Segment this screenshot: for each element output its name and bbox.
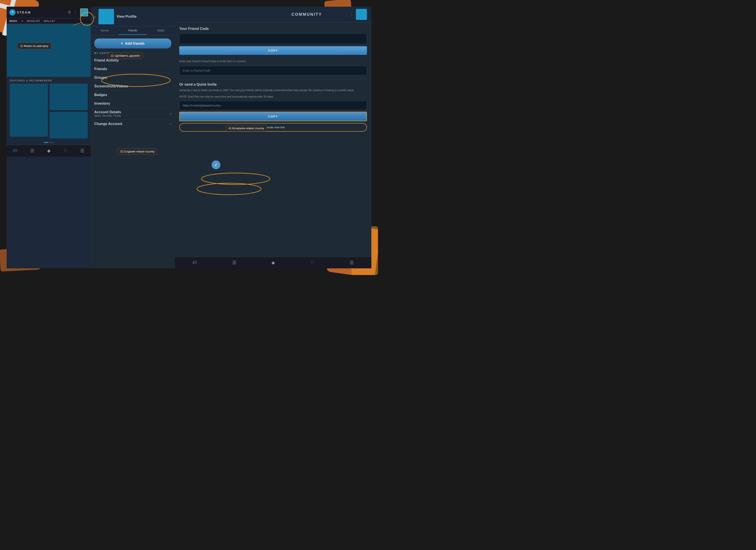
list-item-groups[interactable]: Groups (94, 73, 171, 82)
list-item-change-account[interactable]: Change Account › (94, 120, 171, 128)
more-icon[interactable]: ⋮ (73, 10, 77, 15)
bottom-nav-community-left[interactable]: ◆ (44, 147, 54, 154)
my-content-section: MY CONTENT Friend Activity Friends Group… (91, 52, 175, 128)
callout-step4: 4) Копируем новую ссылку (226, 125, 267, 131)
generate-link-button[interactable]: Generate new link (179, 123, 367, 132)
change-account-label: Change Account (94, 122, 122, 126)
community-avatar (356, 9, 367, 20)
community-bottom-store[interactable]: 🏷 (189, 259, 201, 266)
search-icon[interactable]: ⚲ (68, 10, 71, 15)
add-friends-icon: + (121, 41, 123, 46)
pagination (7, 140, 91, 145)
quick-invite-section: Or send a Quick Invite Generate a link t… (179, 83, 367, 132)
quick-invite-note: NOTE: Each link can only be used once an… (179, 95, 367, 99)
friend-code-heading: Your Friend Code (179, 27, 367, 31)
community-content: Your Friend Code COPY Enter your friend'… (175, 22, 371, 257)
tab-wallet[interactable]: Wallet (147, 27, 175, 35)
svg-point-0 (11, 11, 14, 14)
list-item-inventory[interactable]: Inventory (94, 99, 171, 108)
tab-friends[interactable]: Friends (119, 27, 147, 35)
account-details-label: Account Details (94, 110, 121, 114)
callout-step1: 1) Жмем на аватарку (17, 43, 51, 49)
nav-menu[interactable]: MENU (9, 20, 17, 22)
view-profile-button[interactable]: View Profile (117, 15, 137, 19)
list-item-friends[interactable]: Friends (94, 65, 171, 73)
dot-1 (49, 142, 51, 143)
back-arrow-icon[interactable]: ‹ (94, 14, 96, 19)
quick-invite-desc: Generate a link to share via email or SM… (179, 88, 367, 93)
add-friends-label: Add friends (125, 42, 145, 46)
community-bottom-nav: 🏷 ☰ ◆ ♡ ☰ (175, 257, 371, 269)
community-bottom-community[interactable]: ◆ (268, 259, 278, 266)
account-details-sub: Store, Security, Family (94, 114, 121, 117)
list-item-badges[interactable]: Badges (94, 91, 171, 99)
copy-code-button[interactable]: COPY (179, 46, 367, 55)
steam-header-icons: ⚲ ⋮ (68, 8, 88, 16)
friend-code-section: Your Friend Code COPY (179, 27, 367, 55)
bottom-nav-store[interactable]: 🏷 (10, 147, 21, 154)
overlay-header: ‹ View Profile (91, 7, 175, 27)
steam-label: STEAM (17, 11, 31, 14)
community-header: COMMUNITY ⋮ (175, 7, 371, 22)
steam-header: STEAM ⚲ ⋮ (7, 7, 91, 18)
profile-tabs: Games Friends Wallet (91, 27, 175, 35)
list-item-account[interactable]: Account Details Store, Security, Family … (94, 108, 171, 120)
community-bottom-menu[interactable]: ☰ (346, 259, 357, 266)
bottom-nav-library[interactable]: ☰ (27, 147, 38, 154)
tab-games[interactable]: Games (91, 27, 119, 35)
friend-code-display (179, 33, 367, 44)
featured-grid (7, 84, 91, 140)
callout-step3: 3) Создаем новую ссылку (117, 148, 157, 155)
overlay-panel: ‹ View Profile Games Friends Wallet + Ad… (91, 7, 175, 269)
steam-icon (9, 9, 15, 15)
steam-logo: STEAM (9, 9, 31, 15)
bottom-nav-notifications[interactable]: ♡ (60, 147, 71, 154)
community-title: COMMUNITY (264, 12, 349, 17)
profile-avatar (98, 9, 114, 24)
friend-code-input[interactable] (179, 66, 367, 75)
nav-wishlist[interactable]: WISHLIST (27, 20, 40, 22)
steam-bottom-nav: 🏷 ☰ ◆ ♡ ☰ (7, 145, 91, 157)
dot-active (44, 142, 48, 143)
quick-invite-heading: Or send a Quick Invite (179, 83, 367, 87)
arrow-right-icon-2: › (170, 122, 171, 126)
featured-item-3[interactable] (50, 112, 88, 139)
community-bottom-library[interactable]: ☰ (229, 259, 240, 266)
callout-step2: 2) «Добавить друзей» (108, 52, 143, 59)
divider (179, 79, 367, 79)
community-more-icon[interactable]: ⋮ (349, 12, 353, 17)
bottom-nav-menu[interactable]: ☰ (77, 147, 88, 154)
invite-link-text: https://s.team/p/ваша/ссылка (183, 104, 220, 107)
copy-link-button[interactable]: COPY (179, 112, 367, 121)
nav-wallet[interactable]: WALLET (44, 20, 55, 22)
community-panel: COMMUNITY ⋮ Your Friend Code COPY Enter … (175, 7, 371, 269)
invite-link-display: https://s.team/p/ваша/ссылка (179, 101, 367, 110)
featured-item-2[interactable] (50, 84, 88, 110)
dot-2 (52, 142, 54, 143)
arrow-right-icon: › (170, 112, 171, 116)
community-bottom-notifications[interactable]: ♡ (307, 259, 318, 266)
avatar[interactable] (80, 8, 88, 16)
friend-code-helper-text: Enter your friend's Friend Code to invit… (179, 59, 367, 63)
steam-hero-image (7, 24, 91, 77)
steam-nav: MENU ▼ WISHLIST WALLET (7, 18, 91, 24)
list-item-screenshots[interactable]: Screenshots/Videos (94, 82, 171, 91)
featured-section-title: FEATURED & RECOMMENDED (7, 77, 91, 84)
featured-item-1[interactable] (10, 84, 48, 137)
add-friends-button[interactable]: + Add friends (94, 39, 171, 48)
